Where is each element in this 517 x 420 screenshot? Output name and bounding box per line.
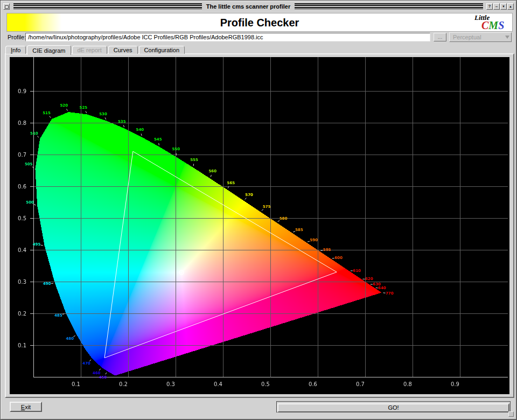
- help-icon[interactable]: ?: [486, 3, 493, 10]
- titlebar-stripes-right: [295, 3, 483, 9]
- exit-button[interactable]: Exit: [10, 402, 42, 412]
- profile-path-input[interactable]: [25, 33, 430, 41]
- littlecms-logo-cms: CMS: [474, 20, 508, 31]
- logo-letter-c: C: [481, 19, 488, 31]
- window-title: The little cms scanner profiler: [205, 3, 292, 10]
- browse-button[interactable]: ...: [434, 33, 446, 41]
- minimize-icon[interactable]: –: [493, 3, 500, 10]
- cie-diagram-area: [10, 57, 509, 394]
- maximize-icon[interactable]: ▲: [507, 3, 514, 10]
- shade-icon[interactable]: ▼: [500, 3, 507, 10]
- profile-label: Profile:: [8, 34, 26, 40]
- profile-row: Profile: ... Perceptual: [1, 32, 516, 43]
- tab-cie-diagram[interactable]: CIE diagram: [27, 45, 71, 55]
- rendering-intent-value: Perceptual: [453, 34, 481, 40]
- chevron-down-icon: [505, 36, 509, 39]
- tab-de-report: dE report: [72, 46, 107, 54]
- tab-configuration[interactable]: Configuration: [139, 46, 185, 54]
- littlecms-logo: Little CMS: [474, 14, 508, 31]
- app-window: The little cms scanner profiler ? – ▼ ▲ …: [0, 0, 517, 420]
- logo-letter-s: S: [498, 19, 504, 31]
- window-menu-icon[interactable]: [3, 3, 10, 10]
- tab-bar: Info CIE diagram dE report Curves Config…: [5, 44, 186, 54]
- rendering-intent-select[interactable]: Perceptual: [449, 32, 512, 42]
- header-band: Profile Checker Little CMS: [6, 13, 513, 32]
- go-button-frame: GO!: [276, 401, 511, 412]
- page-title: Profile Checker: [7, 17, 512, 29]
- titlebar[interactable]: The little cms scanner profiler ? – ▼ ▲: [2, 2, 515, 10]
- tab-page-panel: [5, 53, 514, 398]
- tab-curves[interactable]: Curves: [108, 46, 138, 54]
- logo-letter-m: M: [488, 19, 498, 31]
- cie-canvas: [10, 57, 509, 394]
- go-button[interactable]: GO!: [277, 403, 509, 412]
- resize-grip[interactable]: [508, 411, 514, 417]
- tab-info[interactable]: Info: [5, 46, 26, 54]
- titlebar-stripes-left: [13, 3, 202, 9]
